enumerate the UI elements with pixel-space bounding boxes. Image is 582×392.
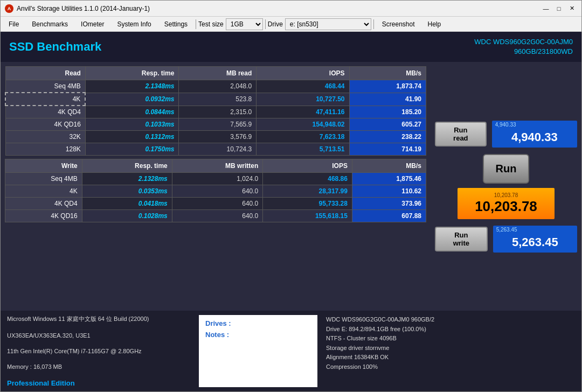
- read-row-iops: 5,713.51: [257, 143, 349, 156]
- run-button[interactable]: Run: [483, 154, 530, 184]
- read-row-iops: 10,727.50: [257, 93, 349, 106]
- menu-divider-3: [373, 19, 374, 29]
- write-row-iops: 468.86: [263, 173, 352, 185]
- write-row-mb: 640.0: [172, 185, 262, 198]
- read-row-resp: 0.0932ms: [85, 93, 179, 106]
- test-size-label: Test size: [198, 20, 224, 28]
- read-row-label: 4K QD4: [5, 106, 85, 118]
- drive-label: Drive: [268, 20, 283, 28]
- read-row-resp: 0.0844ms: [85, 106, 179, 118]
- write-row-mbs: 1,875.46: [352, 173, 426, 185]
- side-panel: Run read 4,940.33 4,940.33 Run 10,203.78…: [431, 62, 581, 311]
- read-score-box: 4,940.33 4,940.33: [492, 121, 577, 148]
- read-table-header: Read Resp. time MB read IOPS MB/s: [5, 67, 426, 80]
- status-bar: Microsoft Windows 11 家庭中文版 64 位 Build (2…: [1, 311, 581, 391]
- run-read-group: Run read 4,940.33 4,940.33: [435, 121, 577, 148]
- read-row-resp: 2.1348ms: [85, 80, 179, 93]
- total-score-box: 10,203.78 10,203.78: [458, 188, 555, 219]
- read-table-row: 4K 0.0932ms 523.8 10,727.50 41.90: [5, 93, 426, 106]
- maximize-button[interactable]: □: [553, 3, 564, 14]
- write-row-iops: 155,618.15: [263, 210, 352, 222]
- col-resp-time-w: Resp. time: [82, 159, 172, 173]
- window-title: Anvil's Storage Utilities 1.1.0 (2014-Ja…: [17, 5, 150, 12]
- read-row-mb: 523.8: [179, 93, 257, 106]
- drive-details-2: Drive E: 894.2/894.1GB free (100.0%): [326, 325, 575, 334]
- write-table-row: Seq 4MB 2.1328ms 1,024.0 468.86 1,875.46: [5, 173, 426, 185]
- total-score-label: 10,203.78: [464, 192, 548, 198]
- col-iops-write: IOPS: [263, 159, 352, 173]
- write-score-label: 5,263.45: [496, 227, 517, 233]
- write-row-resp: 0.0418ms: [82, 198, 172, 210]
- main-content: Read Resp. time MB read IOPS MB/s Seq 4M…: [1, 62, 581, 311]
- write-row-mb: 640.0: [172, 198, 262, 210]
- write-table-header: Write Resp. time MB written IOPS MB/s: [5, 159, 426, 173]
- menu-benchmarks[interactable]: Benchmarks: [26, 18, 74, 31]
- write-row-mbs: 607.88: [352, 210, 426, 222]
- col-mb-written: MB written: [172, 159, 262, 173]
- col-resp-time: Resp. time: [85, 67, 179, 80]
- col-mbs-write: MB/s: [352, 159, 426, 173]
- read-row-mbs: 714.19: [349, 143, 426, 156]
- read-row-iops: 47,411.16: [257, 106, 349, 118]
- write-table-row: 4K QD16 0.1028ms 640.0 155,618.15 607.88: [5, 210, 426, 222]
- menu-sysinfo[interactable]: System Info: [111, 18, 157, 31]
- close-button[interactable]: ✕: [566, 3, 577, 14]
- app-window: A Anvil's Storage Utilities 1.1.0 (2014-…: [0, 0, 582, 392]
- read-row-mbs: 605.27: [349, 118, 426, 131]
- col-iops-read: IOPS: [257, 67, 349, 80]
- write-row-mb: 640.0: [172, 210, 262, 222]
- read-table: Read Resp. time MB read IOPS MB/s Seq 4M…: [5, 66, 426, 156]
- write-row-mb: 1,024.0: [172, 173, 262, 185]
- status-right: WDC WDS960G2G0C-00AJM0 960GB/2 Drive E: …: [326, 315, 575, 387]
- bench-title: SSD Benchmark: [9, 40, 101, 54]
- drive-details-4: Storage driver stornvme: [326, 344, 575, 353]
- write-row-label: 4K: [5, 185, 82, 198]
- read-row-label: 4K QD16: [5, 118, 85, 131]
- app-icon: A: [5, 4, 13, 13]
- drive-details-3: NTFS - Cluster size 4096B: [326, 334, 575, 344]
- read-row-mb: 7,565.9: [179, 118, 257, 131]
- test-size-group: Test size 1GB 4GB 512MB: [198, 18, 263, 30]
- run-read-button[interactable]: Run read: [435, 122, 487, 146]
- col-mbs-read: MB/s: [349, 67, 426, 80]
- menu-divider-2: [265, 19, 266, 29]
- write-row-label: Seq 4MB: [5, 173, 82, 185]
- write-row-mbs: 373.96: [352, 198, 426, 210]
- sys-info-1: Microsoft Windows 11 家庭中文版 64 位 Build (2…: [7, 315, 190, 323]
- read-row-iops: 154,948.02: [257, 118, 349, 131]
- drives-label: Drives :: [205, 319, 311, 327]
- drive-group: Drive e: [sn530]: [268, 18, 371, 30]
- sys-info-4: Memory : 16,073 MB: [7, 363, 190, 370]
- sys-info-2: UX363EA/UX363EA.320, U3E1: [7, 332, 190, 339]
- write-row-iops: 28,317.99: [263, 185, 352, 198]
- read-table-row: 128K 0.1750ms 10,724.3 5,713.51 714.19: [5, 143, 426, 156]
- read-table-row: 4K QD16 0.1033ms 7,565.9 154,948.02 605.…: [5, 118, 426, 131]
- read-row-mb: 2,048.0: [179, 80, 257, 93]
- read-row-label: Seq 4MB: [5, 80, 85, 93]
- menu-help[interactable]: Help: [422, 18, 447, 31]
- bench-header: SSD Benchmark WDC WDS960G2G0C-00AJM0 960…: [1, 32, 581, 62]
- write-table-row: 4K 0.0353ms 640.0 28,317.99 110.62: [5, 185, 426, 198]
- read-table-row: 32K 0.1312ms 3,576.9 7,623.18 238.22: [5, 131, 426, 143]
- menu-screenshot[interactable]: Screenshot: [376, 18, 421, 31]
- menu-file[interactable]: File: [3, 18, 25, 31]
- menu-iometer[interactable]: IOmeter: [75, 18, 110, 31]
- menu-settings[interactable]: Settings: [158, 18, 193, 31]
- pro-edition-label: Professional Edition: [7, 379, 190, 387]
- col-write: Write: [5, 159, 82, 173]
- write-table: Write Resp. time MB written IOPS MB/s Se…: [5, 159, 426, 222]
- read-row-mbs: 185.20: [349, 106, 426, 118]
- run-write-button[interactable]: Run write: [435, 227, 488, 251]
- drive-info: WDC WDS960G2G0C-00AJM0 960GB/231800WD: [474, 37, 573, 57]
- test-size-select[interactable]: 1GB 4GB 512MB: [226, 18, 263, 30]
- read-table-row: 4K QD4 0.0844ms 2,315.0 47,411.16 185.20: [5, 106, 426, 118]
- window-controls: — □ ✕: [541, 3, 577, 14]
- read-row-label: 32K: [5, 131, 85, 143]
- drive-select[interactable]: e: [sn530]: [285, 18, 371, 30]
- read-row-label: 4K: [5, 93, 85, 106]
- notes-label: Notes :: [205, 331, 311, 339]
- read-row-resp: 0.1033ms: [85, 118, 179, 131]
- write-score-value: 5,263.45: [500, 235, 571, 249]
- minimize-button[interactable]: —: [541, 3, 551, 14]
- read-row-mb: 3,576.9: [179, 131, 257, 143]
